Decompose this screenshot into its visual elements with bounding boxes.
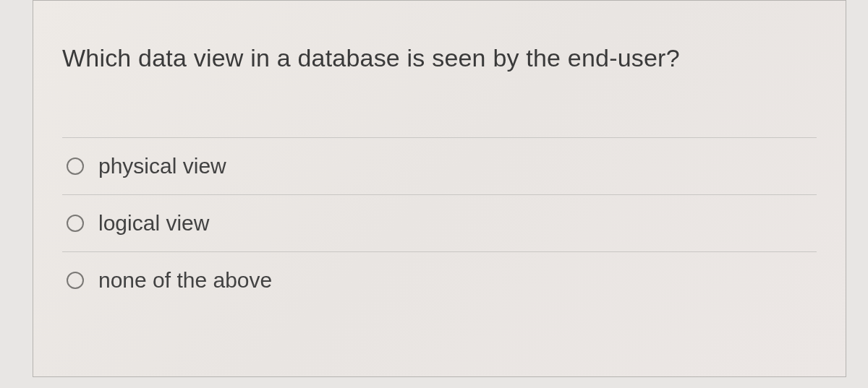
radio-icon[interactable] <box>67 272 84 289</box>
question-card: Which data view in a database is seen by… <box>33 0 846 377</box>
options-list: physical view logical view none of the a… <box>33 137 846 309</box>
option-none-of-the-above[interactable]: none of the above <box>62 251 817 309</box>
radio-icon[interactable] <box>67 215 84 232</box>
option-label: physical view <box>98 154 226 178</box>
option-label: none of the above <box>98 268 272 293</box>
question-text: Which data view in a database is seen by… <box>33 1 846 79</box>
option-label: logical view <box>98 211 209 236</box>
option-physical-view[interactable]: physical view <box>62 137 817 194</box>
radio-icon[interactable] <box>67 158 84 175</box>
option-logical-view[interactable]: logical view <box>62 194 817 251</box>
